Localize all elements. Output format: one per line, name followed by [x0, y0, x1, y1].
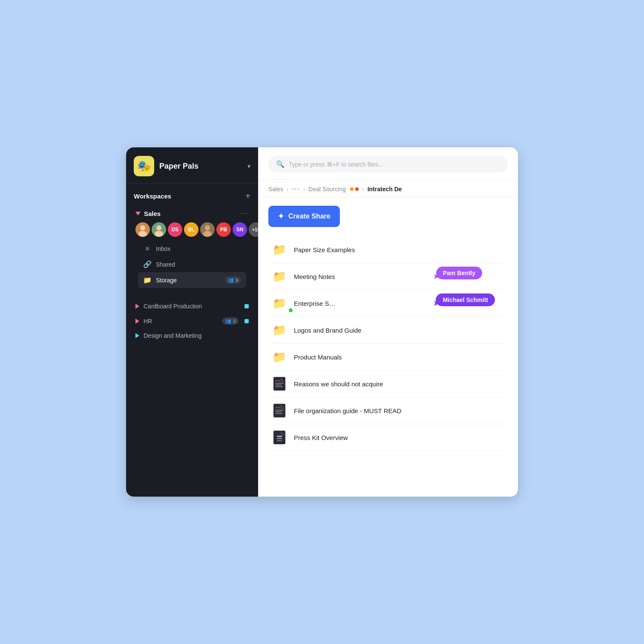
file-name: Reasons we should not acquire — [294, 380, 383, 388]
badge-count: 9 — [236, 278, 238, 283]
folder-icon: 📁 — [272, 296, 287, 311]
file-row[interactable]: 📁 Meeting Notes ➤ Pam Bently — [268, 263, 508, 290]
workspace-sales-toggle[interactable]: Sales ··· — [134, 207, 250, 220]
file-row[interactable]: 📁 Paper Size Examples — [268, 236, 508, 263]
svg-rect-13 — [275, 386, 283, 387]
workspaces-section: Workspaces + Sales ··· — [126, 184, 258, 295]
other-workspaces: Cardboard Production HR 👥 3 Design and M… — [126, 295, 258, 343]
breadcrumb-sep: › — [287, 186, 289, 193]
breadcrumb-sep3: › — [362, 186, 364, 193]
avatar — [200, 222, 215, 237]
svg-rect-11 — [275, 383, 284, 384]
workspace-cardboard-production[interactable]: Cardboard Production — [130, 299, 254, 313]
folder-icon: 📁 — [272, 269, 287, 284]
breadcrumb-deal-sourcing[interactable]: Deal Sourcing — [308, 186, 346, 193]
svg-point-5 — [155, 231, 163, 237]
presence-dot-red — [355, 187, 359, 191]
sidebar-item-storage[interactable]: 📁 Storage 👥 9 — [138, 272, 246, 288]
file-row[interactable]: 📁 Enterprise S… ➤ Michael Schmitt — [268, 290, 508, 317]
main-content: 🔍 Type or press ⌘+F to search files... S… — [258, 147, 518, 497]
workspaces-label: Workspaces — [134, 193, 171, 200]
sidebar-item-inbox-label: Inbox — [156, 245, 241, 252]
doc-icon — [272, 403, 287, 418]
expand-icon — [135, 333, 139, 338]
expand-icon — [135, 304, 139, 309]
sidebar-item-shared[interactable]: 🔗 Shared — [138, 256, 246, 272]
sidebar-item-shared-label: Shared — [156, 261, 241, 268]
avatar: DS — [168, 222, 182, 237]
file-name: Product Manuals — [294, 354, 342, 361]
create-share-button[interactable]: ✦ Create Share — [268, 206, 340, 227]
svg-rect-20 — [277, 436, 282, 437]
avatar: BL — [184, 222, 198, 237]
people-icon: 👥 — [228, 277, 234, 283]
folder-icon: 📁 — [272, 242, 287, 257]
svg-rect-15 — [275, 407, 280, 408]
storage-badge: 👥 9 — [225, 276, 241, 284]
inbox-icon: ≡ — [143, 245, 152, 253]
svg-rect-17 — [275, 411, 282, 412]
file-name: Enterprise S… — [294, 300, 336, 307]
breadcrumb-current: Intratech De — [368, 186, 402, 193]
create-share-label: Create Share — [288, 213, 331, 220]
workspace-sales-label: Sales — [144, 210, 237, 217]
sidebar-header: 🎭 Paper Pals ▾ — [126, 147, 258, 184]
expand-icon — [135, 319, 139, 324]
sidebar: 🎭 Paper Pals ▾ Workspaces + Sales ··· — [126, 147, 258, 497]
file-row[interactable]: Press Kit Overview — [268, 424, 508, 451]
presence-dot-orange — [350, 187, 354, 191]
sales-nav: ≡ Inbox 🔗 Shared 📁 Storage 👥 — [134, 241, 250, 288]
doc-icon — [272, 376, 287, 391]
workspace-hr-label: HR — [144, 318, 152, 325]
app-window: 🎭 Paper Pals ▾ Workspaces + Sales ··· — [126, 147, 518, 497]
avatar — [152, 222, 166, 237]
svg-rect-14 — [273, 404, 285, 417]
avatar: PB — [216, 222, 231, 237]
app-logo: 🎭 — [134, 156, 154, 176]
file-row[interactable]: 📁 Logos and Brand Guide — [268, 317, 508, 344]
workspace-design-marketing[interactable]: Design and Marketing — [130, 328, 254, 343]
workspace-design-label: Design and Marketing — [144, 332, 201, 339]
wand-icon: ✦ — [278, 212, 284, 221]
tooltip-michael-schmitt: Michael Schmitt — [436, 293, 495, 306]
svg-rect-9 — [273, 377, 285, 391]
file-name: Paper Size Examples — [294, 246, 355, 253]
avatar: SN — [233, 222, 247, 237]
svg-rect-16 — [275, 410, 284, 411]
svg-point-1 — [140, 225, 145, 230]
breadcrumb-sales[interactable]: Sales — [268, 186, 283, 193]
sidebar-item-inbox[interactable]: ≡ Inbox — [138, 241, 246, 256]
breadcrumb-sep2: › — [303, 186, 305, 193]
breadcrumb-indicators — [350, 187, 359, 191]
workspace-hr[interactable]: HR 👥 3 — [130, 313, 254, 328]
file-name: File organization guide - MUST READ — [294, 407, 401, 414]
chevron-down-icon[interactable]: ▾ — [247, 163, 250, 170]
folder-icon: 📁 — [143, 276, 152, 284]
add-workspace-button[interactable]: + — [245, 191, 250, 201]
svg-point-4 — [156, 225, 161, 230]
workspace-more-icon[interactable]: ··· — [241, 210, 249, 217]
svg-rect-12 — [275, 385, 282, 385]
svg-point-7 — [205, 225, 210, 230]
breadcrumb-dots[interactable]: ··· — [292, 186, 300, 193]
file-list: 📁 Paper Size Examples 📁 Meeting Notes ➤ … — [268, 236, 508, 451]
workspace-dot — [244, 304, 249, 308]
file-name: Logos and Brand Guide — [294, 327, 361, 334]
file-name: Meeting Notes — [294, 273, 335, 280]
svg-rect-19 — [273, 431, 285, 444]
svg-rect-10 — [275, 380, 280, 381]
file-row[interactable]: File organization guide - MUST READ — [268, 397, 508, 424]
file-row[interactable]: 📁 Product Manuals — [268, 344, 508, 371]
file-row[interactable]: Reasons we should not acquire — [268, 371, 508, 397]
outer-container: 🎭 Paper Pals ▾ Workspaces + Sales ··· — [109, 130, 535, 514]
avatar-row: DS BL PB SN +15 — [134, 220, 250, 241]
avatar — [135, 222, 150, 237]
search-input[interactable]: Type or press ⌘+F to search files... — [289, 161, 383, 168]
svg-rect-21 — [277, 438, 282, 439]
search-bar[interactable]: 🔍 Type or press ⌘+F to search files... — [268, 156, 508, 172]
folder-icon: 📁 — [272, 349, 287, 365]
breadcrumb: Sales › ··· › Deal Sourcing › Intratech … — [258, 180, 518, 197]
hr-badge: 👥 3 — [222, 317, 239, 325]
workspace-sales: Sales ··· DS — [134, 207, 250, 288]
workspace-cardboard-label: Cardboard Production — [144, 303, 202, 310]
